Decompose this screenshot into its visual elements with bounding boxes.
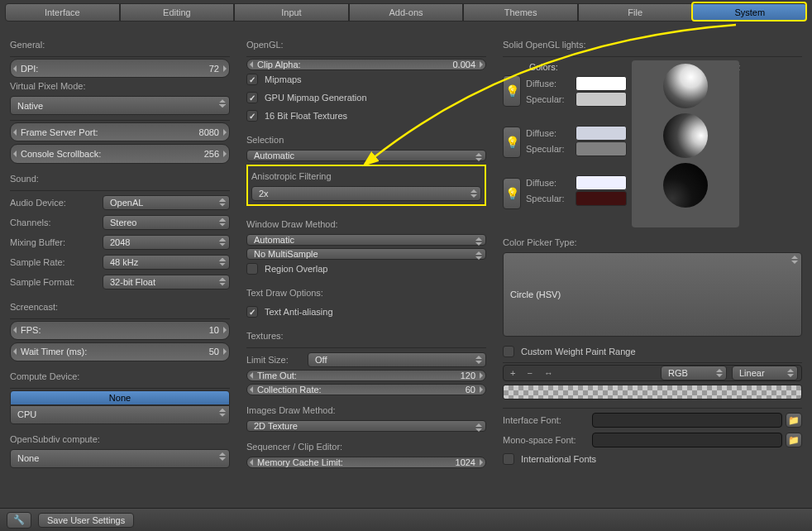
tab-interface[interactable]: Interface <box>5 3 120 22</box>
tab-addons[interactable]: Add-ons <box>349 3 464 22</box>
wait-timer-field[interactable]: Wait Timer (ms):50 <box>10 342 230 361</box>
anisotropic-label: Anisotropic Filtering <box>251 170 481 183</box>
color-mode-dropdown[interactable]: RGB <box>661 366 727 380</box>
add-stop-icon[interactable]: + <box>507 368 518 378</box>
sample-format-dropdown[interactable]: 32-bit Float <box>103 275 230 289</box>
gradient-toolbar[interactable]: + − ↔ RGB Linear <box>503 365 802 381</box>
light2-direction-sphere[interactable] <box>663 113 708 158</box>
mixing-buffer-dropdown[interactable]: 2048 <box>103 235 230 250</box>
screencast-label: Screencast: <box>10 300 230 313</box>
channels-dropdown[interactable]: Stereo <box>103 215 230 230</box>
bulb-icon: 💡 <box>505 136 519 149</box>
folder-icon: 📁 <box>788 415 800 426</box>
tab-themes[interactable]: Themes <box>463 3 578 22</box>
vpm-label: Virtual Pixel Mode: <box>10 79 230 93</box>
float16-checkbox[interactable] <box>246 110 258 122</box>
save-user-settings-button[interactable]: Save User Settings <box>38 513 134 528</box>
footer-bar: 🔧 Save User Settings <box>0 508 812 531</box>
direction-panel <box>632 60 739 227</box>
sample-rate-dropdown[interactable]: 48 kHz <box>103 255 230 270</box>
mipmaps-checkbox[interactable] <box>246 74 258 85</box>
gpu-mipmap-checkbox[interactable] <box>246 92 258 103</box>
remove-stop-icon[interactable]: − <box>523 368 535 378</box>
wrench-icon: 🔧 <box>13 514 25 525</box>
editor-type-button[interactable]: 🔧 <box>7 512 31 529</box>
tab-system[interactable]: System <box>692 3 807 22</box>
vpm-dropdown[interactable]: Native <box>10 96 230 115</box>
multisample-dropdown[interactable]: No MultiSample <box>246 248 486 260</box>
light3-diffuse-swatch[interactable] <box>576 175 627 190</box>
images-draw-method-dropdown[interactable]: 2D Texture <box>246 420 486 432</box>
text-draw-options-label: Text Draw Options: <box>246 286 486 299</box>
flip-icon[interactable]: ↔ <box>541 368 556 378</box>
anisotropic-dropdown[interactable]: 2x <box>251 186 481 201</box>
folder-icon: 📁 <box>788 435 800 446</box>
general-label: General: <box>10 38 230 51</box>
tab-file[interactable]: File <box>578 3 693 22</box>
light2-diffuse-swatch[interactable] <box>576 126 627 141</box>
interface-font-browse[interactable]: 📁 <box>786 413 802 428</box>
frame-server-port-field[interactable]: Frame Server Port:8080 <box>10 122 230 141</box>
opengl-label: OpenGL: <box>246 38 486 51</box>
compute-device-label: Compute Device: <box>10 370 230 383</box>
color-picker-type-dropdown[interactable]: Circle (HSV) <box>503 252 802 337</box>
memory-cache-field[interactable]: Memory Cache Limit:1024 <box>246 457 486 468</box>
opensubdiv-label: OpenSubdiv compute: <box>10 433 230 446</box>
solid-opengl-lights-label: Solid OpenGL lights: <box>503 38 802 51</box>
custom-weight-paint-checkbox[interactable] <box>503 346 514 357</box>
compute-none-button[interactable]: None <box>10 390 230 405</box>
console-scrollback-field[interactable]: Console Scrollback:256 <box>10 144 230 163</box>
light1-specular-swatch[interactable] <box>576 92 627 107</box>
monospace-font-field[interactable] <box>592 433 782 447</box>
highlight-anisotropic: Anisotropic Filtering 2x <box>246 165 486 206</box>
selection-label: Selection <box>246 133 486 146</box>
compute-cpu-dropdown[interactable]: CPU <box>10 405 230 424</box>
tab-editing[interactable]: Editing <box>120 3 235 22</box>
opensubdiv-dropdown[interactable]: None <box>10 449 230 468</box>
text-aa-checkbox[interactable] <box>246 306 258 318</box>
light-2-toggle[interactable]: 💡 <box>503 127 521 158</box>
light3-specular-swatch[interactable] <box>576 191 627 206</box>
timeout-field[interactable]: Time Out:120 <box>246 370 486 381</box>
region-overlap-checkbox[interactable] <box>246 263 258 275</box>
bulb-icon: 💡 <box>505 187 519 200</box>
images-draw-method-label: Images Draw Method: <box>246 404 486 417</box>
light-3-toggle[interactable]: 💡 <box>503 178 521 209</box>
sequencer-label: Sequencer / Clip Editor: <box>246 440 486 453</box>
tab-input[interactable]: Input <box>234 3 349 22</box>
light-1-toggle[interactable]: 💡 <box>503 75 521 107</box>
dpi-field[interactable]: DPI:72 <box>10 59 230 78</box>
light3-direction-sphere[interactable] <box>663 163 708 208</box>
light2-specular-swatch[interactable] <box>576 141 627 156</box>
interface-font-field[interactable] <box>592 413 782 428</box>
light1-direction-sphere[interactable] <box>663 64 708 108</box>
gradient-preview[interactable] <box>503 385 802 399</box>
window-draw-method-dropdown[interactable]: Automatic <box>246 234 486 246</box>
light1-diffuse-swatch[interactable] <box>576 76 627 91</box>
bulb-icon: 💡 <box>505 84 519 98</box>
window-draw-method-label: Window Draw Method: <box>246 218 486 231</box>
textures-label: Textures: <box>246 329 486 342</box>
interpolation-dropdown[interactable]: Linear <box>732 366 798 380</box>
international-fonts-checkbox[interactable] <box>503 453 514 465</box>
fps-field[interactable]: FPS:10 <box>10 321 230 340</box>
selection-dropdown[interactable]: Automatic <box>246 150 486 161</box>
collection-rate-field[interactable]: Collection Rate:60 <box>246 384 486 395</box>
clip-alpha-field[interactable]: Clip Alpha:0.004 <box>246 59 486 70</box>
audio-device-dropdown[interactable]: OpenAL <box>103 195 230 210</box>
monospace-font-browse[interactable]: 📁 <box>786 433 802 447</box>
sound-label: Sound: <box>10 172 230 185</box>
color-picker-type-label: Color Picker Type: <box>503 236 802 249</box>
preferences-tabs: Interface Editing Input Add-ons Themes F… <box>5 3 807 22</box>
limit-size-dropdown[interactable]: Off <box>308 352 486 367</box>
